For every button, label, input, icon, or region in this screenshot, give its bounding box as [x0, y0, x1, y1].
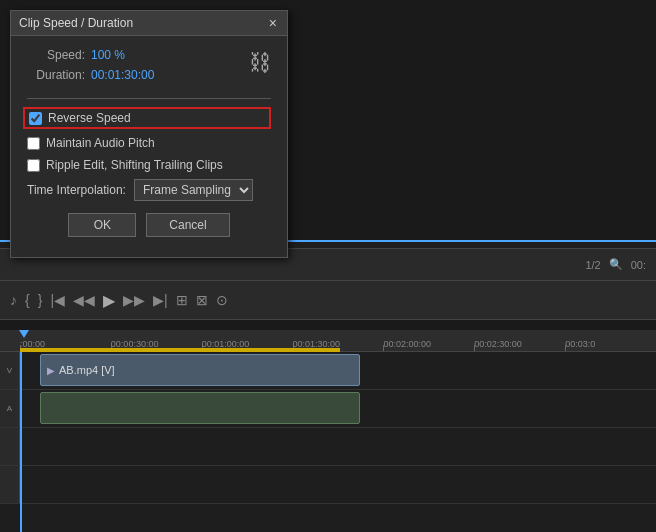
audio-track-row: A [0, 390, 656, 428]
empty-track-2 [0, 466, 656, 504]
ok-button[interactable]: OK [68, 213, 136, 237]
play-icon[interactable]: ▶ [103, 291, 115, 310]
go-to-out-icon[interactable]: ▶| [153, 292, 168, 308]
ruler-label-4: 00:02:00:00 [383, 339, 431, 349]
camera-icon[interactable]: ⊙ [216, 292, 228, 308]
video-track-id: V [7, 366, 12, 375]
duration-value: 00:01:30:00 [91, 68, 154, 82]
dialog-content: Speed: 100 % Duration: 00:01:30:00 ⛓ Rev… [11, 36, 287, 257]
timecode-display: 00: [631, 259, 646, 271]
maintain-audio-pitch-label: Maintain Audio Pitch [46, 136, 155, 150]
playhead-marker [19, 330, 29, 338]
step-forward-icon[interactable]: ▶▶ [123, 292, 145, 308]
empty-track-1 [0, 428, 656, 466]
dialog-close-button[interactable]: × [267, 16, 279, 30]
video-clip[interactable]: ▶ AB.mp4 [V] [40, 354, 360, 386]
ruler-mark-5: 00:02:30:00 [474, 330, 565, 351]
speed-value: 100 % [91, 48, 125, 62]
maintain-audio-pitch-checkbox[interactable] [27, 137, 40, 150]
reverse-speed-checkbox[interactable] [29, 112, 42, 125]
duration-row: Duration: 00:01:30:00 [27, 68, 239, 82]
dialog-buttons: OK Cancel [27, 213, 271, 247]
work-area-bar [20, 348, 340, 352]
speed-row: Speed: 100 % [27, 48, 239, 62]
playhead-line [20, 352, 22, 532]
ruler-label-6: 00:03:0 [565, 339, 595, 349]
ripple-edit-label: Ripple Edit, Shifting Trailing Clips [46, 158, 223, 172]
ruler-mark-6: 00:03:0 [565, 330, 656, 351]
magnifier-icon: 🔍 [609, 258, 623, 271]
empty-track-label-2 [0, 466, 20, 503]
reverse-speed-row: Reverse Speed [23, 107, 271, 129]
ruler-mark-4: 00:02:00:00 [383, 330, 474, 351]
speed-duration-section: Speed: 100 % Duration: 00:01:30:00 ⛓ [27, 48, 271, 88]
go-to-in-icon[interactable]: |◀ [50, 292, 65, 308]
cancel-button[interactable]: Cancel [146, 213, 229, 237]
ripple-edit-row: Ripple Edit, Shifting Trailing Clips [27, 157, 271, 173]
video-track-label: V [0, 352, 20, 389]
clip-speed-dialog: Clip Speed / Duration × Speed: 100 % Dur… [10, 10, 288, 258]
clip-name: AB.mp4 [V] [59, 364, 115, 376]
speed-label: Speed: [27, 48, 85, 62]
video-track-row: V ▶ AB.mp4 [V] [0, 352, 656, 390]
divider [27, 98, 271, 99]
out-point-icon[interactable]: } [38, 292, 43, 308]
in-point-icon[interactable]: { [25, 292, 30, 308]
ruler-label-5: 00:02:30:00 [474, 339, 522, 349]
audio-clip[interactable] [40, 392, 360, 424]
sd-labels: Speed: 100 % Duration: 00:01:30:00 [27, 48, 239, 88]
maintain-audio-pitch-row: Maintain Audio Pitch [27, 135, 271, 151]
dialog-titlebar: Clip Speed / Duration × [11, 11, 287, 36]
tracks-area: V ▶ AB.mp4 [V] A [0, 352, 656, 532]
playback-fraction: 1/2 [585, 259, 600, 271]
interpolation-select[interactable]: Frame Sampling Frame Blending Optical Fl… [134, 179, 253, 201]
overwrite-icon[interactable]: ⊠ [196, 292, 208, 308]
clip-icon: ▶ [47, 365, 55, 376]
insert-icon[interactable]: ⊞ [176, 292, 188, 308]
ripple-edit-checkbox[interactable] [27, 159, 40, 172]
audio-track-id: A [7, 404, 12, 413]
empty-track-label-1 [0, 428, 20, 465]
interpolation-row: Time Interpolation: Frame Sampling Frame… [27, 179, 271, 201]
dialog-title: Clip Speed / Duration [19, 16, 133, 30]
duration-label: Duration: [27, 68, 85, 82]
step-back-icon[interactable]: ◀◀ [73, 292, 95, 308]
transport-bar: ♪ { } |◀ ◀◀ ▶ ▶▶ ▶| ⊞ ⊠ ⊙ [0, 280, 656, 320]
reverse-speed-label: Reverse Speed [48, 111, 131, 125]
marker-icon[interactable]: ♪ [10, 292, 17, 308]
interpolation-label: Time Interpolation: [27, 183, 126, 197]
audio-track-label: A [0, 390, 20, 427]
link-icon: ⛓ [249, 48, 271, 76]
chain-icon: ⛓ [249, 50, 271, 76]
